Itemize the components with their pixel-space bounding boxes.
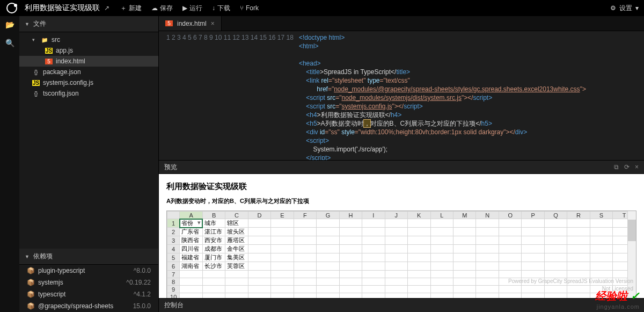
file-tsconfig-json-label: tsconfig.json [43, 90, 79, 97]
tab-close-icon[interactable]: × [211, 20, 215, 27]
files-panel-label: 文件 [33, 19, 46, 28]
save-button[interactable]: ☁保存 [151, 4, 173, 13]
dep-version: ^4.1.2 [134, 291, 151, 298]
file-app-js-label: app.js [56, 47, 73, 54]
top-bar: 利用数据验证实现级联 ↗ ＋新建 ☁保存 ▶运行 ↓下载 ⑂Fork ⚙ 设置 … [0, 0, 644, 16]
dep-typescript[interactable]: 📦typescript^4.1.2 [19, 288, 158, 300]
dep-version: ^8.0.0 [134, 267, 151, 274]
external-link-icon[interactable]: ↗ [104, 4, 109, 12]
tab-index-html[interactable]: 5index.html× [159, 16, 222, 31]
file-systemjs-config-label: systemjs.config.js [43, 79, 93, 86]
save-label: 保存 [160, 4, 173, 13]
dependencies-panel: ▼依赖项 📦plugin-typescript^8.0.0 📦systemjs^… [19, 249, 158, 312]
open-new-window-icon[interactable]: ⧉ [614, 163, 619, 171]
eval-line2: Not Licensed [508, 285, 633, 293]
file-package-json-label: package.json [43, 68, 81, 76]
eval-line1: Powered by GrapeCity SpreadJS Evaluation… [508, 278, 633, 285]
download-button[interactable]: ↓下载 [212, 4, 230, 13]
preview-body: 利用数据验证实现级联 A列数据变动时，对应的B、C列展示与之对应的下拉项 ABC… [159, 174, 644, 298]
console-header[interactable]: 控制台 [159, 298, 644, 312]
dep-version: 15.0.0 [133, 302, 151, 310]
deps-panel-header[interactable]: ▼依赖项 [19, 249, 158, 265]
preview-tools: ⧉ ⟳ × [614, 163, 639, 171]
dep-plugin-typescript[interactable]: 📦plugin-typescript^8.0.0 [19, 265, 158, 277]
fork-label: Fork [246, 4, 259, 12]
evaluation-watermark: Powered by GrapeCity SpreadJS Evaluation… [508, 278, 633, 293]
refresh-icon[interactable]: ⟳ [624, 163, 630, 171]
search-tab-icon[interactable]: 🔍 [5, 39, 14, 47]
deps-panel-label: 依赖项 [33, 252, 53, 261]
run-label: 运行 [189, 4, 202, 13]
activity-bar: 📂 🔍 [0, 16, 19, 312]
settings-menu[interactable]: ⚙ 设置 ▾ [610, 4, 639, 13]
file-package-json[interactable]: {}package.json [19, 67, 158, 77]
dep-name: plugin-typescript [38, 267, 85, 274]
dep-name: @grapecity/spread-sheets [38, 302, 113, 310]
fork-button[interactable]: ⑂Fork [240, 4, 259, 13]
preview-subheading: A列数据变动时，对应的B、C列展示与之对应的下拉项 [166, 197, 636, 205]
scrollbar-thumb[interactable] [628, 220, 636, 241]
sidebar: ▼文件 ▾📁src JSapp.js 5index.html {}package… [19, 16, 159, 312]
main-area: 📂 🔍 ▼文件 ▾📁src JSapp.js 5index.html {}pac… [0, 16, 644, 312]
dep-version: ^0.19.22 [126, 279, 151, 286]
code-editor[interactable]: 1 2 3 4 5 6 7 8 9 10 11 12 13 14 15 16 1… [159, 31, 644, 160]
dep-systemjs[interactable]: 📦systemjs^0.19.22 [19, 277, 158, 288]
dep-spread-sheets[interactable]: 📦@grapecity/spread-sheets15.0.0 [19, 300, 158, 312]
dep-name: systemjs [38, 279, 63, 286]
svg-point-1 [14, 4, 17, 7]
logo-icon [5, 2, 18, 14]
settings-label: 设置 [619, 4, 632, 13]
code-body[interactable]: <!doctype html> <html> <head> <title>Spr… [299, 31, 586, 160]
line-gutter: 1 2 3 4 5 6 7 8 9 10 11 12 13 14 15 16 1… [159, 31, 299, 160]
folder-src[interactable]: ▾📁src [19, 34, 158, 45]
file-tsconfig-json[interactable]: {}tsconfig.json [19, 88, 158, 99]
top-actions: ＋新建 ☁保存 ▶运行 ↓下载 ⑂Fork [120, 4, 259, 13]
console-label: 控制台 [164, 301, 184, 310]
files-panel-header[interactable]: ▼文件 [19, 16, 158, 32]
close-preview-icon[interactable]: × [635, 163, 639, 171]
tab-label: index.html [177, 20, 207, 27]
file-tree: ▾📁src JSapp.js 5index.html {}package.jso… [19, 32, 158, 101]
folder-src-label: src [52, 36, 60, 43]
preview-heading: 利用数据验证实现级联 [166, 182, 636, 192]
file-index-html-label: index.html [56, 57, 85, 65]
dep-name: typescript [38, 291, 65, 298]
preview-header: 预览 ⧉ ⟳ × [159, 160, 644, 174]
new-label: 新建 [129, 4, 142, 13]
file-app-js[interactable]: JSapp.js [19, 45, 158, 56]
run-button[interactable]: ▶运行 [182, 4, 202, 13]
file-index-html[interactable]: 5index.html [19, 56, 158, 67]
new-button[interactable]: ＋新建 [120, 4, 142, 13]
download-label: 下载 [217, 4, 230, 13]
file-systemjs-config[interactable]: JSsystemjs.config.js [19, 77, 158, 88]
editor-tabs: 5index.html× [159, 16, 644, 31]
project-title: 利用数据验证实现级联 [25, 3, 100, 13]
preview-label: 预览 [164, 163, 177, 172]
files-tab-icon[interactable]: 📂 [5, 20, 14, 29]
content-area: 5index.html× 1 2 3 4 5 6 7 8 9 10 11 12 … [159, 16, 644, 312]
